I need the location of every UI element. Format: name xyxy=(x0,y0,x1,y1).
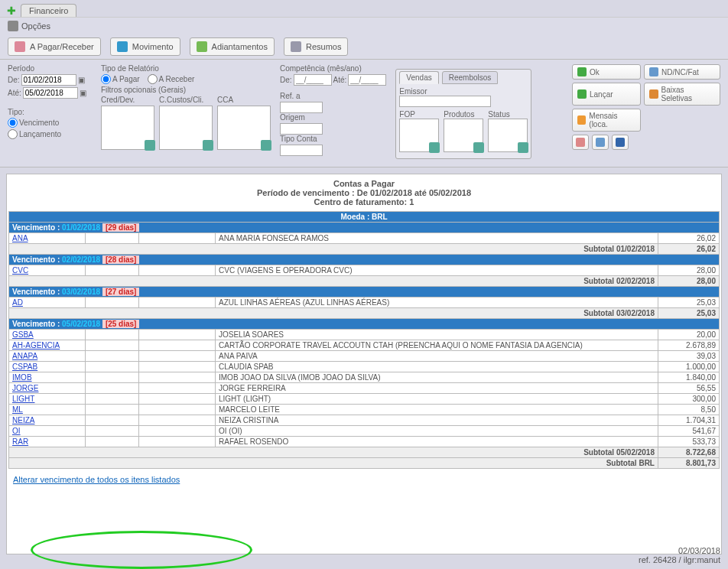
lookup-icon[interactable] xyxy=(145,140,155,151)
plus-icon xyxy=(577,89,587,99)
options-icon xyxy=(8,21,18,31)
moeda-header: Moeda : BRL xyxy=(9,212,720,223)
add-tab-icon[interactable]: ✚ xyxy=(4,5,19,17)
btn-lancar[interactable]: Lançar xyxy=(572,83,641,106)
periodo-de-input[interactable] xyxy=(21,74,76,86)
tiporel-label: Tipo de Relatório xyxy=(101,64,271,73)
tool-icon xyxy=(576,138,585,147)
periodo-ate-input[interactable] xyxy=(23,87,78,99)
tipoconta-input[interactable] xyxy=(280,145,323,156)
row-code-link[interactable]: IMOB xyxy=(12,373,32,382)
row-code-link[interactable]: OI xyxy=(12,427,21,435)
pay-icon xyxy=(15,41,25,52)
check-icon xyxy=(577,67,587,76)
row-code-link[interactable]: AD xyxy=(12,298,23,307)
row-code-link[interactable]: AH-AGENCIA xyxy=(12,341,60,350)
report-center: Centro de faturamento: 1 xyxy=(314,197,414,206)
tool-icon xyxy=(596,138,605,147)
save-icon xyxy=(616,138,625,147)
radio-apagar[interactable] xyxy=(101,74,111,84)
table-row: ANAPAANA PAIVA39,03 xyxy=(9,351,720,362)
tipo-label: Tipo: xyxy=(8,108,92,116)
subtab-vendas[interactable]: Vendas xyxy=(399,71,438,84)
row-code-link[interactable]: GSBA xyxy=(12,330,34,339)
table-row: OIOI (OI)541,67 xyxy=(9,426,720,437)
row-code-link[interactable]: ML xyxy=(12,405,23,414)
subtab-reembolsos[interactable]: Reembolsos xyxy=(442,71,499,84)
box-produtos[interactable] xyxy=(444,119,483,152)
table-row: RARRAFAEL ROSENDO533,73 xyxy=(9,437,720,447)
table-row: LIGHTLIGHT (LIGHT)300,00 xyxy=(9,394,720,405)
btn-mensais[interactable]: Mensais (loca. xyxy=(572,109,641,132)
competencia-label: Competência (mês/ano) xyxy=(280,64,386,73)
movement-icon xyxy=(117,41,128,52)
lookup-icon[interactable] xyxy=(203,140,213,151)
btn-tool1[interactable] xyxy=(572,135,589,150)
box-ccustos[interactable] xyxy=(159,106,213,150)
comp-de-input[interactable] xyxy=(294,74,332,86)
link-alterar-vencimento[interactable]: Alterar vencimento de todos os itens lis… xyxy=(13,475,180,484)
btn-save[interactable] xyxy=(612,135,629,150)
btn-ok[interactable]: Ok xyxy=(572,64,641,80)
lookup-icon[interactable] xyxy=(518,142,528,153)
row-code-link[interactable]: CVC xyxy=(12,266,28,275)
origem-input[interactable] xyxy=(280,123,323,135)
btn-pagar-receber[interactable]: A Pagar/Receber xyxy=(8,37,101,56)
row-code-link[interactable]: NEIZA xyxy=(12,416,34,424)
btn-adiantamentos[interactable]: Adiantamentos xyxy=(190,37,275,56)
btn-resumo[interactable]: Resumos xyxy=(284,37,348,56)
row-code-link[interactable]: RAR xyxy=(12,437,28,446)
doc-icon xyxy=(649,67,658,76)
tab-financeiro[interactable]: Financeiro xyxy=(21,4,76,17)
ref-input[interactable] xyxy=(280,102,323,113)
table-row: CSPABCLAUDIA SPAB1.000,00 xyxy=(9,362,720,372)
lookup-icon[interactable] xyxy=(473,142,484,153)
footer-ref: ref. 26428 / ilgr:manut xyxy=(639,555,720,564)
radio-vencimento[interactable] xyxy=(8,118,18,128)
table-row: MLMARCELO LEITE8,50 xyxy=(9,405,720,415)
table-row: CVCCVC (VIAGENS E OPERADORA CVC)28,00 xyxy=(9,265,720,276)
table-row: JORGEJORGE FERREIRA56,55 xyxy=(9,383,720,394)
table-row: ANAANA MARIA FONSECA RAMOS26,02 xyxy=(9,233,720,244)
download-icon xyxy=(649,89,658,99)
btn-ndnc[interactable]: ND/NC/Fat xyxy=(644,64,720,80)
footer-date: 02/03/2018 xyxy=(639,546,720,555)
box-fop[interactable] xyxy=(399,119,439,152)
box-creddev[interactable] xyxy=(101,106,154,150)
btn-tool2[interactable] xyxy=(592,135,609,150)
table-row: IMOBIMOB JOAO DA SILVA (IMOB JOAO DA SIL… xyxy=(9,372,720,383)
row-code-link[interactable]: JORGE xyxy=(12,384,38,392)
btn-baixas[interactable]: Baixas Seletivas xyxy=(644,83,720,106)
table-row: ADAZUL LINHAS AÉREAS (AZUL LINHAS AÉREAS… xyxy=(9,298,720,308)
btn-movimento[interactable]: Movimento xyxy=(110,37,180,56)
summary-icon xyxy=(291,41,301,52)
report-title: Contas a Pagar xyxy=(333,179,395,188)
box-cca[interactable] xyxy=(217,106,271,150)
emissor-input[interactable] xyxy=(399,96,491,107)
row-code-link[interactable]: ANAPA xyxy=(12,352,37,360)
lookup-icon[interactable] xyxy=(261,140,271,151)
box-status[interactable] xyxy=(488,119,528,152)
periodo-label: Período xyxy=(8,64,92,73)
row-code-link[interactable]: CSPAB xyxy=(12,363,37,371)
lookup-icon[interactable] xyxy=(429,142,440,153)
row-code-link[interactable]: ANA xyxy=(12,234,28,242)
options-label[interactable]: Opções xyxy=(21,21,50,31)
calendar-icon xyxy=(577,115,586,125)
radio-lancamento[interactable] xyxy=(8,129,18,139)
radio-areceber[interactable] xyxy=(148,74,158,84)
table-row: GSBAJOSELIA SOARES20,00 xyxy=(9,330,720,340)
report-table: Moeda : BRL Vencimento : 01/02/2018 [29 … xyxy=(8,211,720,469)
comp-ate-input[interactable] xyxy=(348,74,386,86)
table-row: NEIZANEIZA CRISTINA1.704,31 xyxy=(9,415,720,426)
report-panel: Contas a Pagar Período de vencimento : D… xyxy=(6,174,722,554)
row-code-link[interactable]: LIGHT xyxy=(12,395,34,403)
table-row: AH-AGENCIACARTÃO CORPORATE TRAVEL ACCOUT… xyxy=(9,340,720,351)
report-subtitle: Período de vencimento : De 01/02/2018 at… xyxy=(257,188,471,197)
advance-icon xyxy=(197,41,207,52)
filtros-label: Filtros opcionais (Gerais) xyxy=(101,86,271,94)
